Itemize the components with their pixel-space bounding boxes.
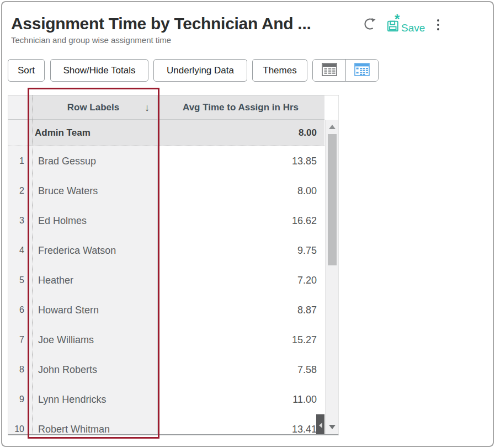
scrollbar-thumb[interactable] [328, 134, 337, 265]
avg-time-value-cell[interactable]: 8.00 [158, 176, 323, 206]
value-column-header[interactable]: Avg Time to Assign in Hrs [158, 95, 323, 119]
group-label-cell[interactable]: Admin Team [29, 120, 158, 146]
row-number-cell [8, 120, 29, 146]
table-row: 3Ed Holmes16.62 [8, 206, 324, 236]
table-row: 7Joe Williams15.27 [8, 325, 324, 355]
column-guide-dotted-line [32, 95, 33, 434]
sort-descending-icon[interactable]: ↓ [145, 102, 150, 113]
vertical-scrollbar[interactable] [325, 120, 338, 434]
row-labels-header-text: Row Labels [67, 102, 119, 113]
table-view-button[interactable] [313, 60, 345, 81]
report-page: Assignment Time by Technician And ... Te… [0, 0, 495, 448]
page-subtitle: Technician and group wise assignment tim… [11, 35, 171, 45]
table-view-icon [321, 62, 338, 79]
scroll-down-icon[interactable] [329, 425, 336, 429]
avg-time-value-cell[interactable]: 13.41 [158, 414, 323, 435]
pivot-view-button[interactable] [345, 60, 378, 81]
view-switcher [312, 59, 379, 82]
avg-time-value-cell[interactable]: 15.27 [158, 325, 323, 355]
row-number-cell: 5 [8, 265, 29, 295]
table-row: 10Robert Whitman13.41 [8, 414, 324, 435]
themes-button[interactable]: Themes [252, 59, 307, 82]
toolbar: Sort Show/Hide Totals Underlying Data Th… [8, 59, 379, 82]
row-labels-header[interactable]: Row Labels ↓ [29, 95, 158, 119]
avg-time-value-cell[interactable]: 8.87 [158, 295, 323, 325]
avg-time-value-cell[interactable]: 7.20 [158, 265, 323, 295]
technician-label-cell[interactable]: Howard Stern [29, 295, 158, 325]
avg-time-value-cell[interactable]: 11.00 [158, 385, 323, 414]
avg-time-value-cell[interactable]: 13.85 [158, 146, 323, 176]
table-row: 5Heather7.20 [8, 265, 324, 295]
row-number-cell: 6 [8, 295, 29, 325]
triangle-left-icon [319, 423, 322, 428]
underlying-data-button[interactable]: Underlying Data [153, 59, 247, 82]
table-row: 6Howard Stern8.87 [8, 295, 324, 325]
table-row: 2Bruce Waters8.00 [8, 176, 324, 206]
row-number-cell: 1 [8, 146, 29, 176]
page-title: Assignment Time by Technician And ... [11, 14, 311, 33]
unsaved-asterisk-icon: * [395, 12, 400, 27]
table-row: 4Frederica Watson9.75 [8, 236, 324, 265]
row-number-cell: 3 [8, 206, 29, 236]
technician-label-cell[interactable]: Lynn Hendricks [29, 385, 158, 414]
table-row: 1Brad Gessup13.85 [8, 146, 324, 176]
header-actions: * Save [361, 15, 443, 34]
save-button[interactable]: * Save [387, 15, 425, 34]
row-number-cell: 4 [8, 236, 29, 265]
table-header-row: Row Labels ↓ Avg Time to Assign in Hrs [8, 95, 324, 120]
technician-label-cell[interactable]: Joe Williams [29, 325, 158, 355]
row-number-cell: 8 [8, 355, 29, 385]
technician-label-cell[interactable]: Robert Whitman [29, 414, 158, 435]
kebab-dot [437, 28, 439, 30]
group-value-cell[interactable]: 8.00 [158, 120, 323, 146]
technician-label-cell[interactable]: Ed Holmes [29, 206, 158, 236]
sort-button[interactable]: Sort [8, 59, 45, 82]
row-number-cell: 10 [8, 414, 29, 435]
horizontal-scroll-left-button[interactable] [316, 414, 324, 435]
row-number-header-cell [8, 95, 29, 119]
table-row: 8John Roberts7.58 [8, 355, 324, 385]
refresh-icon [363, 17, 377, 34]
avg-time-value-cell[interactable]: 16.62 [158, 206, 323, 236]
technician-label-cell[interactable]: Brad Gessup [29, 146, 158, 176]
kebab-dot [437, 19, 439, 22]
avg-time-value-cell[interactable]: 9.75 [158, 236, 323, 265]
row-number-cell: 9 [8, 385, 29, 414]
show-hide-totals-button[interactable]: Show/Hide Totals [50, 59, 148, 82]
table-row: 9Lynn Hendricks11.00 [8, 385, 324, 414]
refresh-button[interactable] [361, 17, 378, 33]
table-rows: 1Brad Gessup13.852Bruce Waters8.003Ed Ho… [8, 146, 338, 435]
save-label: Save [401, 22, 425, 34]
pivot-table: Row Labels ↓ Avg Time to Assign in Hrs A… [8, 95, 339, 435]
value-header-text: Avg Time to Assign in Hrs [183, 102, 299, 113]
technician-label-cell[interactable]: John Roberts [29, 355, 158, 385]
technician-label-cell[interactable]: Bruce Waters [29, 176, 158, 206]
group-total-row: Admin Team 8.00 [8, 120, 324, 146]
technician-label-cell[interactable]: Heather [29, 265, 158, 295]
technician-label-cell[interactable]: Frederica Watson [29, 236, 158, 265]
avg-time-value-cell[interactable]: 7.58 [158, 355, 323, 385]
row-number-cell: 7 [8, 325, 29, 355]
kebab-menu-button[interactable] [434, 17, 443, 33]
scroll-up-icon[interactable] [329, 125, 336, 129]
pivot-view-icon [353, 62, 371, 79]
kebab-dot [437, 24, 439, 26]
row-number-cell: 2 [8, 176, 29, 206]
